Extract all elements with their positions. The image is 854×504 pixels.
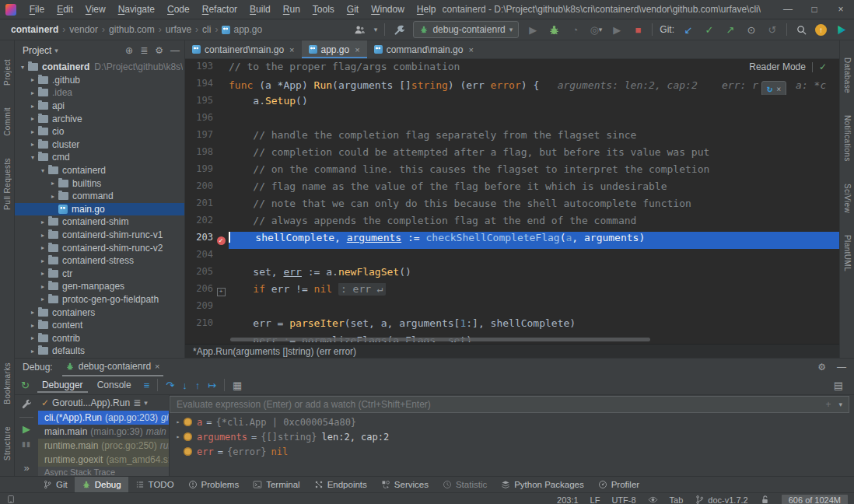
- variable-row[interactable]: ▸arguments={[]string}len:2, cap:2: [170, 429, 854, 444]
- tree-chevron-icon[interactable]: ▸: [28, 89, 37, 96]
- variable-row[interactable]: ▸a={*cli.App | 0xc000054a80}: [170, 415, 854, 429]
- stripe-item-plantuml[interactable]: PlantUML: [843, 235, 852, 271]
- line-number[interactable]: 201: [185, 198, 213, 215]
- menu-run[interactable]: Run: [277, 4, 306, 15]
- device-icon[interactable]: [6, 495, 16, 504]
- code-text[interactable]: [229, 249, 839, 266]
- code-line[interactable]: 196: [185, 112, 839, 129]
- tree-item-protoc-gen-go-fieldpath[interactable]: ▸protoc-gen-go-fieldpath: [15, 293, 184, 306]
- tree-item-content[interactable]: ▸content: [15, 319, 184, 332]
- code-text[interactable]: [229, 300, 839, 317]
- variable-expand-icon[interactable]: ▸: [173, 418, 184, 425]
- tree-chevron-icon[interactable]: ▸: [48, 193, 58, 200]
- code-line[interactable]: 209: [185, 300, 839, 317]
- gutter-icon-slot[interactable]: [213, 317, 229, 334]
- lock-icon[interactable]: [760, 495, 770, 504]
- file-encoding[interactable]: UTF-8: [611, 495, 635, 504]
- stop-button[interactable]: ■: [631, 23, 645, 37]
- tree-item-.idea[interactable]: ▸.idea: [15, 86, 184, 100]
- frame-row[interactable]: runtime.main(proc.go:250)run: [38, 439, 169, 453]
- profiler-button[interactable]: ◔: [568, 23, 582, 37]
- tree-chevron-icon[interactable]: ▾: [28, 154, 37, 161]
- history-clock-icon[interactable]: ⊙: [744, 23, 758, 37]
- frame-row[interactable]: main.main(main.go:39)main: [38, 425, 169, 439]
- toolwindow-problems[interactable]: Problems: [181, 477, 247, 492]
- toolwindow-debug[interactable]: Debug: [75, 477, 128, 492]
- code-line[interactable]: 205 set, err := a.newFlagSet(): [185, 266, 839, 283]
- project-panel-title[interactable]: Project: [23, 45, 51, 56]
- refresh-icon[interactable]: ↻: [767, 83, 772, 94]
- gutter-icon-slot[interactable]: [213, 146, 229, 163]
- line-number[interactable]: 203: [185, 232, 213, 249]
- code-line[interactable]: 200 // flag name as the value of the fla…: [185, 180, 839, 198]
- tree-item-containerd[interactable]: ▾containerd: [15, 164, 184, 177]
- debug-settings-gear-icon[interactable]: ⚙: [817, 362, 826, 373]
- code-text[interactable]: a.Setup(): [229, 95, 839, 112]
- stripe-item-pull-requests[interactable]: Pull Requests: [3, 158, 12, 210]
- code-text[interactable]: // flag name as the value of the flag be…: [229, 180, 839, 198]
- debug-button[interactable]: [547, 23, 561, 37]
- gutter-icon-slot[interactable]: [213, 112, 229, 129]
- tree-chevron-icon[interactable]: ▸: [28, 128, 37, 135]
- line-number[interactable]: 195: [185, 95, 213, 112]
- close-button[interactable]: ×: [828, 4, 854, 15]
- user-icon[interactable]: [353, 23, 367, 37]
- tree-item-defaults[interactable]: ▸defaults: [15, 345, 184, 358]
- gutter-icon-slot[interactable]: [213, 300, 229, 317]
- git-push-icon[interactable]: ↗: [723, 23, 737, 37]
- tree-chevron-icon[interactable]: ▸: [28, 115, 37, 122]
- tree-item-cluster[interactable]: ▸cluster: [15, 138, 184, 152]
- line-number[interactable]: 200: [185, 180, 213, 198]
- code-text[interactable]: if err != nil : err ↵: [229, 283, 839, 300]
- tree-item-containers[interactable]: ▸containers: [15, 306, 184, 319]
- debugger-value-popup[interactable]: ↻×: [761, 81, 786, 95]
- tab-app.go[interactable]: app.go×: [302, 40, 367, 58]
- git-update-icon[interactable]: ↙: [681, 23, 695, 37]
- tree-chevron-icon[interactable]: ▸: [28, 103, 37, 110]
- code-text[interactable]: // handle the completion flag separately…: [229, 129, 839, 146]
- tree-item-ctr[interactable]: ▸ctr: [15, 268, 184, 281]
- tree-item-cio[interactable]: ▸cio: [15, 125, 184, 138]
- gutter-icon-slot[interactable]: [213, 61, 229, 78]
- line-number[interactable]: 204: [185, 249, 213, 266]
- add-watch-icon[interactable]: +: [825, 399, 831, 410]
- line-number[interactable]: 197: [185, 129, 213, 146]
- tree-item-contrib[interactable]: ▸contrib: [15, 331, 184, 345]
- breadcrumb-item[interactable]: app.go: [233, 24, 262, 35]
- menu-file[interactable]: File: [23, 4, 51, 15]
- gutter-icon-slot[interactable]: [213, 180, 229, 198]
- menu-edit[interactable]: Edit: [51, 4, 79, 15]
- code-line[interactable]: 194func (a *App) Run(arguments []string)…: [185, 78, 839, 95]
- tree-chevron-icon[interactable]: ▸: [28, 348, 37, 355]
- view-breakpoints-icon[interactable]: ▦: [233, 380, 242, 391]
- caret-position[interactable]: 203:1: [557, 495, 579, 504]
- thread-chevron-icon[interactable]: ▾: [144, 399, 148, 407]
- toolwindow-python-packages[interactable]: Python Packages: [494, 477, 591, 492]
- horizontal-scrollbar[interactable]: [230, 338, 650, 341]
- step-into-icon[interactable]: ↓: [182, 380, 187, 391]
- debug-session-tab[interactable]: debug-contaienrd ×: [62, 358, 163, 376]
- show-execution-point-icon[interactable]: ≡: [144, 380, 150, 391]
- line-number[interactable]: 210: [185, 317, 213, 334]
- menu-code[interactable]: Code: [161, 4, 196, 15]
- evaluate-chevron-icon[interactable]: ▾: [838, 401, 842, 408]
- code-line[interactable]: 206+ if err != nil : err ↵: [185, 283, 839, 300]
- code-line[interactable]: 197 // handle the completion flag separa…: [185, 129, 839, 146]
- line-number[interactable]: 209: [185, 300, 213, 317]
- thread-list-icon[interactable]: ≣: [133, 397, 141, 408]
- gutter-icon-slot[interactable]: [213, 95, 229, 112]
- tree-chevron-icon[interactable]: ▸: [38, 232, 47, 239]
- run-to-cursor-icon[interactable]: ↦: [208, 380, 216, 391]
- code-text[interactable]: set, err := a.newFlagSet(): [229, 266, 839, 283]
- tree-item-builtins[interactable]: ▸builtins: [15, 177, 184, 190]
- evaluate-expression-input[interactable]: Evaluate expression (Enter) or add a wat…: [170, 396, 849, 413]
- menu-view[interactable]: View: [79, 4, 112, 15]
- line-number[interactable]: 205: [185, 266, 213, 283]
- tree-item-cmd[interactable]: ▾cmd: [15, 151, 184, 164]
- breadcrumb-item[interactable]: urfave: [166, 24, 191, 35]
- breadcrumb-item[interactable]: cli: [202, 24, 211, 35]
- tree-chevron-icon[interactable]: ▾: [38, 167, 47, 174]
- tree-chevron-icon[interactable]: ▸: [28, 334, 37, 341]
- locate-file-icon[interactable]: ⊕: [125, 45, 133, 56]
- tree-item-gen-manpages[interactable]: ▸gen-manpages: [15, 280, 184, 293]
